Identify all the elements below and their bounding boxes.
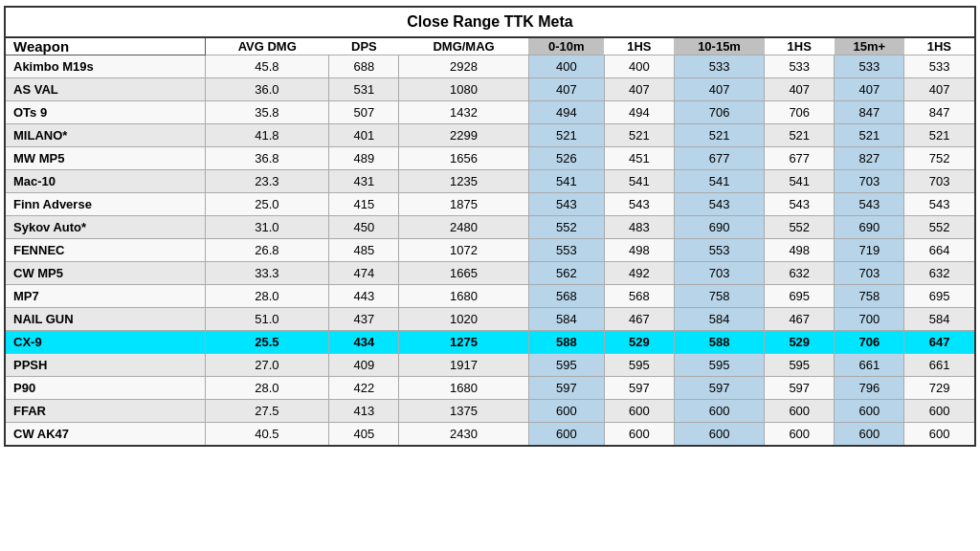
dmg-mag-cell: 1917: [399, 354, 528, 377]
range2-1hs-cell: 706: [765, 101, 835, 124]
range2-1hs-cell: 529: [765, 331, 835, 354]
range2-1hs-cell: 600: [765, 400, 835, 423]
table-row: FFAR27.54131375600600600600600600: [5, 400, 975, 423]
range3-cell: 521: [835, 124, 904, 147]
range1-cell: 553: [528, 239, 604, 262]
dmg-mag-cell: 1235: [399, 170, 528, 193]
dmg-mag-cell: 1432: [399, 101, 528, 124]
dmg-mag-cell: 1875: [399, 193, 528, 216]
weapon-cell: MP7: [5, 285, 205, 308]
range3-cell: 690: [835, 216, 904, 239]
range3-cell: 706: [835, 331, 904, 354]
range2-cell: 600: [674, 400, 764, 423]
dps-cell: 405: [329, 423, 399, 447]
dmg-mag-cell: 2299: [399, 124, 528, 147]
table-row: AS VAL36.05311080407407407407407407: [5, 78, 975, 101]
table-row: Finn Adverse25.0415187554354354354354354…: [5, 193, 975, 216]
table-row: CX-925.54341275588529588529706647: [5, 331, 975, 354]
dps-cell: 422: [329, 377, 399, 400]
weapon-cell: CW MP5: [5, 262, 205, 285]
range3-1hs-cell: 695: [904, 285, 975, 308]
dps-cell: 531: [329, 78, 399, 101]
range2-1hs-cell: 677: [765, 147, 835, 170]
dps-cell: 431: [329, 170, 399, 193]
table-row: P9028.04221680597597597597796729: [5, 377, 975, 400]
weapon-cell: P90: [5, 377, 205, 400]
dps-cell: 474: [329, 262, 399, 285]
range2-cell: 584: [674, 308, 764, 331]
range1-1hs-cell: 600: [604, 423, 674, 447]
table-row: PPSH27.04091917595595595595661661: [5, 354, 975, 377]
range1-cell: 552: [528, 216, 604, 239]
range1-cell: 597: [528, 377, 604, 400]
avg-dmg-cell: 25.0: [205, 193, 329, 216]
range3-cell: 543: [835, 193, 904, 216]
weapon-cell: FFAR: [5, 400, 205, 423]
dps-cell: 450: [329, 216, 399, 239]
range1-cell: 600: [528, 400, 604, 423]
range1-cell: 526: [528, 147, 604, 170]
range1-1hs-cell: 529: [604, 331, 674, 354]
range3-1hs-header: 1HS: [904, 37, 975, 55]
avg-dmg-cell: 51.0: [205, 308, 329, 331]
range2-cell: 533: [674, 55, 764, 78]
weapon-cell: Sykov Auto*: [5, 216, 205, 239]
table-title: Close Range TTK Meta: [5, 7, 975, 37]
range1-cell: 543: [528, 193, 604, 216]
avg-dmg-cell: 26.8: [205, 239, 329, 262]
dmg-mag-cell: 2480: [399, 216, 528, 239]
weapon-cell: MW MP5: [5, 147, 205, 170]
avg-dmg-cell: 36.0: [205, 78, 329, 101]
range2-1hs-cell: 467: [765, 308, 835, 331]
range2-cell: 703: [674, 262, 764, 285]
table-row: OTs 935.85071432494494706706847847: [5, 101, 975, 124]
dps-cell: 485: [329, 239, 399, 262]
range3-1hs-cell: 661: [904, 354, 975, 377]
dmg-mag-cell: 2928: [399, 55, 528, 78]
range1-1hs-cell: 541: [604, 170, 674, 193]
range2-1hs-cell: 632: [765, 262, 835, 285]
table-row: CW MP533.34741665562492703632703632: [5, 262, 975, 285]
weapon-cell: CX-9: [5, 331, 205, 354]
dmg-mag-cell: 1275: [399, 331, 528, 354]
weapon-cell: Finn Adverse: [5, 193, 205, 216]
range1-1hs-cell: 451: [604, 147, 674, 170]
avg-dmg-cell: 27.5: [205, 400, 329, 423]
dps-cell: 437: [329, 308, 399, 331]
range1-1hs-cell: 483: [604, 216, 674, 239]
range2-cell: 553: [674, 239, 764, 262]
range3-1hs-cell: 584: [904, 308, 975, 331]
range2-cell: 677: [674, 147, 764, 170]
dmg-mag-cell: 1680: [399, 285, 528, 308]
range1-cell: 521: [528, 124, 604, 147]
range2-1hs-header: 1HS: [765, 37, 835, 55]
range2-1hs-cell: 695: [765, 285, 835, 308]
range3-1hs-cell: 600: [904, 400, 975, 423]
range3-1hs-cell: 703: [904, 170, 975, 193]
avg-dmg-cell: 28.0: [205, 377, 329, 400]
range3-cell: 700: [835, 308, 904, 331]
avg-dmg-cell: 45.8: [205, 55, 329, 78]
table-body: Akimbo M19s45.86882928400400533533533533…: [5, 55, 975, 447]
range3-1hs-cell: 752: [904, 147, 975, 170]
range2-1hs-cell: 521: [765, 124, 835, 147]
weapon-cell: NAIL GUN: [5, 308, 205, 331]
range2-1hs-cell: 597: [765, 377, 835, 400]
avg-dmg-cell: 36.8: [205, 147, 329, 170]
range2-cell: 595: [674, 354, 764, 377]
range1-cell: 541: [528, 170, 604, 193]
range2-1hs-cell: 543: [765, 193, 835, 216]
dmg-mag-header: DMG/MAG: [399, 37, 528, 55]
range1-1hs-cell: 467: [604, 308, 674, 331]
range1-cell: 494: [528, 101, 604, 124]
range1-1hs-cell: 568: [604, 285, 674, 308]
dps-cell: 415: [329, 193, 399, 216]
range3-cell: 661: [835, 354, 904, 377]
range3-cell: 847: [835, 101, 904, 124]
range3-1hs-cell: 647: [904, 331, 975, 354]
table-row: NAIL GUN51.04371020584467584467700584: [5, 308, 975, 331]
dmg-mag-cell: 1656: [399, 147, 528, 170]
range2-cell: 597: [674, 377, 764, 400]
range1-cell: 588: [528, 331, 604, 354]
range2-1hs-cell: 533: [765, 55, 835, 78]
